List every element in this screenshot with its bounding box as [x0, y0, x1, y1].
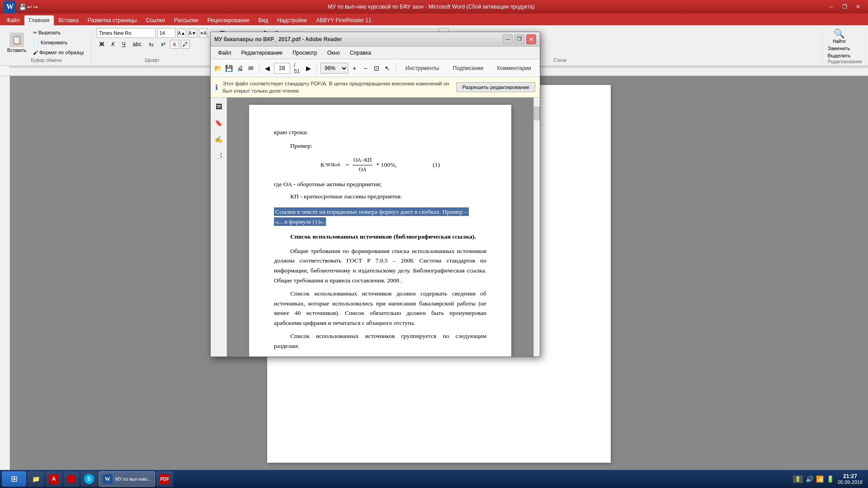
taskbar-item-word[interactable]: W МУ по вып-нию... — [99, 471, 155, 487]
clear-formatting-button[interactable]: ✕A — [199, 28, 208, 38]
pdf-line-3: где ОА - оборотные активы предприятия; — [274, 179, 486, 189]
cut-label: Вырезать — [38, 30, 61, 35]
pdf-info-text: Этот файл соответствует стандарту PDF/A.… — [222, 80, 452, 94]
quick-access-redo[interactable]: ↪ — [33, 4, 38, 10]
subscript-button[interactable]: x₂ — [146, 39, 156, 49]
format-painter-label: Формат по образцу — [39, 50, 84, 55]
pdf-scrollbar-thumb[interactable] — [534, 107, 540, 120]
menu-mailings[interactable]: Рассылки — [170, 15, 203, 25]
pdf-layers-button[interactable]: 📑 — [212, 149, 225, 162]
pdf-signatures-button[interactable]: ✍ — [212, 133, 225, 145]
bold-button[interactable]: Ж — [97, 39, 107, 49]
pdf-fit-page-button[interactable]: ⊡ — [372, 62, 381, 75]
cut-button[interactable]: ✂ Вырезать — [30, 28, 87, 37]
pdf-comments-tab[interactable]: Комментарии — [491, 63, 537, 74]
start-button[interactable]: ⊞ — [2, 471, 26, 487]
replace-button[interactable]: Заменить — [828, 46, 851, 51]
pdf-formula-container: К ЧОБоб = ОА−КП ОА * 100%, (1) — [274, 156, 486, 174]
pdf-page-input[interactable] — [274, 63, 290, 74]
pdf-print-button[interactable]: 🖨 — [236, 62, 245, 75]
pdf-zoom-in-button[interactable]: + — [350, 62, 359, 75]
font-group: A▲ A▼ ✕A Ж К Ч abc x₂ x² A 🖍 Шрифт — [93, 27, 212, 64]
menu-home[interactable]: Главная — [24, 15, 54, 25]
paste-button[interactable]: 📋 Вставить — [5, 28, 28, 57]
pdf-line-4: КП - краткосрочные пассивы предприятия. — [274, 192, 486, 202]
clipboard-group: 📋 Вставить ✂ Вырезать 📄 Копировать 🖌 Фор… — [2, 27, 91, 64]
menu-review[interactable]: Рецензирование — [203, 15, 254, 25]
pdf-zoom-select[interactable]: 96% 75% 100% 125% — [321, 63, 348, 74]
taskbar-item-acrobat[interactable]: A — [45, 471, 62, 487]
font-size-input[interactable] — [157, 28, 175, 38]
quick-access-undo[interactable]: ↩ — [27, 4, 32, 10]
clock-date: 05.09.2018 — [838, 479, 863, 485]
editing-group: 🔍 Найти Заменить Выделить Редактирование — [824, 27, 866, 64]
menu-addins[interactable]: Надстройки — [273, 15, 311, 25]
format-painter-button[interactable]: 🖌 Формат по образцу — [30, 48, 87, 57]
menu-insert[interactable]: Вставка — [54, 15, 83, 25]
font-color-button[interactable]: A — [170, 40, 179, 49]
pdf-allow-edit-button[interactable]: Разрешить редактирование — [456, 82, 535, 92]
system-clock[interactable]: 21:27 05.09.2018 — [838, 473, 863, 485]
restore-button[interactable]: ❐ — [838, 2, 851, 11]
pdf-menu-edit[interactable]: Редактирование — [237, 48, 287, 57]
pdf-zoom-out-button[interactable]: − — [361, 62, 370, 75]
superscript-button[interactable]: x² — [158, 39, 168, 49]
menu-abbyy[interactable]: ABBYY FineReader 11 — [311, 15, 376, 25]
pdf-menu-file[interactable]: Файл — [213, 48, 236, 57]
underline-button[interactable]: Ч — [119, 39, 128, 49]
menu-file[interactable]: Файл — [2, 15, 24, 25]
tray-battery-icon[interactable]: 🔋 — [826, 475, 834, 483]
pdf-sidebar: 🖼 🔖 ✍ 📑 — [211, 98, 227, 357]
font-name-row: A▲ A▼ ✕A — [97, 28, 208, 38]
menu-references[interactable]: Ссылки — [142, 15, 170, 25]
pdf-titlebar: МУ бакалавры по ВКР_ 2017.pdf - Adobe Re… — [211, 32, 540, 47]
find-button[interactable]: 🔍 Найти — [828, 28, 851, 44]
pdf-thumbnails-button[interactable]: 🖼 — [212, 100, 225, 113]
pdf-prev-page-button[interactable]: ◀ — [263, 62, 272, 75]
pdf-next-page-button[interactable]: ▶ — [304, 62, 313, 75]
font-name-input[interactable] — [97, 28, 156, 38]
minimize-button[interactable]: ─ — [825, 2, 837, 11]
left-ruler — [0, 76, 10, 472]
quick-access-save[interactable]: 💾 — [19, 4, 26, 10]
tray-network-icon[interactable]: 📶 — [816, 475, 824, 483]
pdf-email-button[interactable]: ✉ — [246, 62, 255, 75]
font-size-decrease-button[interactable]: A▼ — [188, 28, 197, 38]
explorer-icon: 📁 — [31, 474, 41, 484]
italic-button[interactable]: К — [109, 39, 118, 49]
pdf-section-title: Список использованных источников (библио… — [274, 232, 486, 242]
pdf-scrollbar[interactable] — [533, 98, 540, 357]
pdf-bookmarks-button[interactable]: 🔖 — [212, 117, 225, 129]
copy-button[interactable]: 📄 Копировать — [30, 38, 87, 47]
taskbar-item-explorer[interactable]: 📁 — [27, 471, 44, 487]
taskbar-item-skype[interactable]: S — [80, 471, 98, 487]
info-icon: ℹ — [215, 83, 218, 92]
tray-speaker-icon[interactable]: 🔊 — [806, 475, 813, 483]
pdf-page-total: / 51 — [292, 62, 302, 75]
strikethrough-button[interactable]: abc — [130, 39, 144, 49]
pdf-fraction-numerator: ОА−КП — [353, 156, 373, 165]
taskbar-item-pdf-open[interactable]: PDF — [156, 471, 173, 487]
taskbar-item-redsymbol[interactable] — [63, 471, 80, 487]
pdf-select-tool-button[interactable]: ↖ — [383, 62, 392, 75]
pdf-formula-mult: * 100%, — [376, 160, 396, 170]
word-taskbar-label: МУ по вып-нию... — [115, 477, 151, 482]
pdf-minimize-button[interactable]: ─ — [503, 34, 513, 44]
pdf-highlight-line2: «... в формуле (1)». — [274, 217, 326, 226]
pdf-menu-window[interactable]: Окно — [323, 48, 344, 57]
pdf-sign-tab[interactable]: Подписание — [447, 63, 490, 74]
pdf-menu-help[interactable]: Справка — [345, 48, 376, 57]
pdf-content-area[interactable]: краю строки. Пример: К ЧОБоб = ОА−КП ОА … — [227, 98, 533, 357]
menu-page-layout[interactable]: Разметка страницы — [83, 15, 142, 25]
pdf-close-button[interactable]: ✕ — [526, 34, 536, 44]
font-size-increase-button[interactable]: A▲ — [177, 28, 186, 38]
menu-view[interactable]: Вид — [254, 15, 273, 25]
close-button[interactable]: ✕ — [852, 2, 864, 11]
highlight-button[interactable]: 🖍 — [181, 40, 190, 49]
pdf-save-button[interactable]: 💾 — [224, 62, 233, 75]
pdf-restore-button[interactable]: ❐ — [514, 34, 524, 44]
select-button[interactable]: Выделить — [828, 53, 851, 58]
pdf-menu-view[interactable]: Просмотр — [288, 48, 322, 57]
pdf-open-button[interactable]: 📂 — [213, 62, 222, 75]
pdf-tools-tab[interactable]: Инструменты — [400, 63, 445, 74]
